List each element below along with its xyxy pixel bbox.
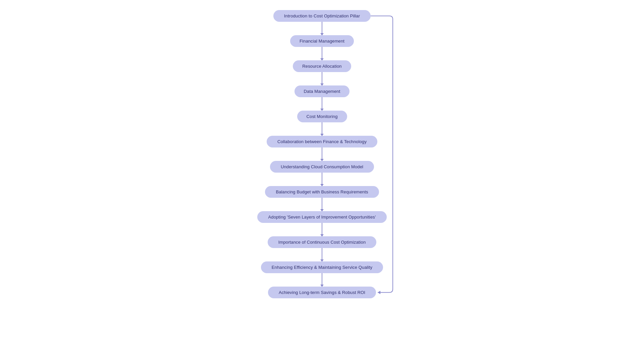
node-balancing[interactable]: Balancing Budget with Business Requireme… (265, 186, 379, 198)
connector-balancing (322, 198, 322, 211)
node-wrapper-financial: Financial Management (221, 35, 423, 60)
connector-intro (322, 22, 322, 35)
node-importance[interactable]: Importance of Continuous Cost Optimizati… (268, 236, 377, 248)
node-wrapper-cost: Cost Monitoring (221, 111, 423, 136)
flowchart-outer: Introduction to Cost Optimization Pillar… (221, 7, 423, 298)
node-wrapper-data: Data Management (221, 85, 423, 111)
node-cloud[interactable]: Understanding Cloud Consumption Model (270, 161, 374, 173)
node-adopting[interactable]: Adopting 'Seven Layers of Improvement Op… (257, 211, 386, 223)
node-wrapper-importance: Importance of Continuous Cost Optimizati… (221, 236, 423, 261)
node-resource[interactable]: Resource Allocation (293, 60, 351, 72)
flowchart: Introduction to Cost Optimization Pillar… (221, 7, 423, 298)
connector-importance (322, 248, 322, 261)
node-data[interactable]: Data Management (294, 85, 350, 97)
node-enhancing[interactable]: Enhancing Efficiency & Maintaining Servi… (261, 261, 383, 273)
connector-data (322, 97, 322, 111)
node-achieving[interactable]: Achieving Long-term Savings & Robust ROI (268, 287, 376, 298)
node-wrapper-adopting: Adopting 'Seven Layers of Improvement Op… (221, 211, 423, 236)
node-financial[interactable]: Financial Management (290, 35, 354, 47)
connector-resource (322, 72, 322, 85)
node-wrapper-balancing: Balancing Budget with Business Requireme… (221, 186, 423, 211)
connector-adopting (322, 223, 322, 236)
connector-cost (322, 122, 322, 136)
connector-cloud (322, 173, 322, 186)
node-wrapper-resource: Resource Allocation (221, 60, 423, 85)
connector-financial (322, 47, 322, 60)
connector-collab (322, 147, 322, 161)
node-wrapper-cloud: Understanding Cloud Consumption Model (221, 161, 423, 186)
node-collab[interactable]: Collaboration between Finance & Technolo… (267, 136, 377, 147)
node-wrapper-collab: Collaboration between Finance & Technolo… (221, 136, 423, 161)
connector-enhancing (322, 273, 322, 287)
node-intro[interactable]: Introduction to Cost Optimization Pillar (273, 10, 371, 22)
node-wrapper-enhancing: Enhancing Efficiency & Maintaining Servi… (221, 261, 423, 287)
node-wrapper-intro: Introduction to Cost Optimization Pillar (221, 10, 423, 35)
node-wrapper-achieving: Achieving Long-term Savings & Robust ROI (221, 287, 423, 298)
node-cost[interactable]: Cost Monitoring (297, 111, 347, 122)
